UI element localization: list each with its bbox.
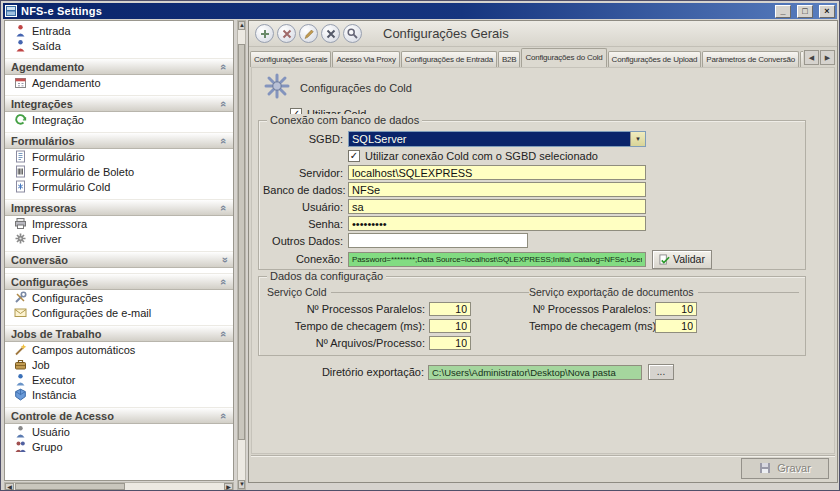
tab-configuracoes-de-entrada[interactable]: Configurações de Entrada (401, 51, 497, 67)
pencil-icon (304, 29, 314, 39)
conexao-row: Conexão: Validar (259, 249, 805, 269)
conexao-string-input[interactable] (348, 252, 646, 267)
vertical-scrollbar[interactable]: ▲ ▼ (237, 20, 246, 490)
section-header-configuracoes[interactable]: Configurações (5, 273, 233, 290)
cold-fan-icon (264, 73, 290, 99)
scrollbar-track[interactable] (238, 30, 245, 44)
scrollbar-track[interactable] (125, 483, 224, 490)
conexao-group-title: Conexão com banco de dados (267, 114, 422, 126)
close-button[interactable]: × (819, 5, 835, 18)
maximize-button[interactable]: □ (797, 5, 813, 18)
sidebar-item-job[interactable]: Job (5, 357, 233, 372)
senha-row: Senha: (259, 215, 805, 232)
tab-parametros-de-conversao[interactable]: Parâmetros de Conversão (702, 51, 799, 67)
sidebar-item-usuario[interactable]: Usuário (5, 424, 233, 439)
sidebar-item-configuracoes[interactable]: Configurações (5, 290, 233, 305)
section-header-impressoras[interactable]: Impressoras (5, 199, 233, 216)
usuario-input[interactable] (348, 199, 646, 214)
scrollbar-thumb[interactable] (15, 483, 125, 490)
edit-button[interactable] (299, 24, 318, 43)
section-header-integracoes[interactable]: Integrações (5, 95, 233, 112)
senha-label: Senha: (263, 218, 343, 230)
tab-scroll-right-icon[interactable]: ▶ (820, 50, 835, 65)
section-header-formularios[interactable]: Formulários (5, 132, 233, 149)
delete-button[interactable] (277, 24, 296, 43)
tab-scroll-left-icon[interactable]: ◀ (804, 50, 819, 65)
servico-export-subheader: Serviço exportação de documentos (529, 286, 799, 298)
utilizar-conexao-checkbox-row[interactable]: Utilizar conexão Cold com o SGBD selecio… (348, 150, 598, 162)
section-header-conversao[interactable]: Conversão (5, 251, 233, 268)
gravar-button[interactable]: Gravar (741, 458, 829, 479)
tab-configuracoes-de-upload[interactable]: Configurações de Upload (608, 51, 702, 67)
sidebar-item-saida[interactable]: Saída (5, 38, 233, 53)
tempo-checagem-label: Tempo de checagem (ms): (267, 320, 425, 332)
export-num-processos-input[interactable] (655, 302, 697, 316)
diretorio-input[interactable] (428, 365, 642, 380)
search-button[interactable] (343, 24, 362, 43)
collapse-icon[interactable] (219, 63, 229, 69)
outros-input[interactable] (348, 233, 528, 248)
section-label: Configurações (11, 276, 88, 288)
scrollbar-thumb[interactable] (238, 44, 245, 440)
form-boleto-icon (14, 165, 27, 178)
sidebar-item-grupo[interactable]: Grupo (5, 439, 233, 454)
export-tempo-checagem-input[interactable] (655, 319, 697, 333)
form-icon (14, 150, 27, 163)
tabstrip: Configurações Gerais Acesso Via Proxy Co… (249, 47, 837, 67)
section-label: Integrações (11, 98, 73, 110)
footer-bar: Gravar (251, 455, 835, 480)
tabs-viewport: Configurações Gerais Acesso Via Proxy Co… (250, 47, 803, 67)
minimize-button[interactable]: _ (775, 5, 791, 18)
tempo-checagem-input[interactable] (429, 319, 471, 333)
tab-acesso-via-proxy[interactable]: Acesso Via Proxy (332, 51, 399, 67)
cancel-button[interactable] (321, 24, 340, 43)
collapse-icon[interactable] (219, 204, 229, 210)
sidebar-item-formulario[interactable]: Formulário (5, 149, 233, 164)
sidebar-horizontal-scrollbar[interactable]: ◀ ▶ (4, 482, 234, 491)
num-arquivos-input[interactable] (429, 336, 471, 350)
sidebar-item-configuracoes-email[interactable]: Configurações de e-mail (5, 305, 233, 320)
scroll-down-button[interactable]: ▼ (238, 480, 245, 489)
sidebar-item-label: Formulário (32, 151, 85, 163)
collapse-icon[interactable] (219, 137, 229, 143)
sidebar-item-label: Instância (32, 389, 76, 401)
tab-configuracoes-gerais[interactable]: Configurações Gerais (250, 51, 331, 67)
tab-licenciamento[interactable]: Licenciamento (800, 51, 803, 67)
scroll-up-button[interactable]: ▲ (238, 21, 245, 30)
sgbd-combobox[interactable]: SQLServer (348, 131, 646, 147)
checkbox-checked-icon[interactable] (348, 150, 360, 162)
num-processos-input[interactable] (429, 302, 471, 316)
section-header-controle-acesso[interactable]: Controle de Acesso (5, 407, 233, 424)
chevron-down-icon[interactable] (630, 132, 645, 146)
add-button[interactable] (255, 24, 274, 43)
sidebar-item-formulario-cold[interactable]: Formulário Cold (5, 179, 233, 194)
servidor-input[interactable] (348, 165, 646, 180)
sidebar-item-formulario-boleto[interactable]: Formulário de Boleto (5, 164, 233, 179)
scrollbar-track[interactable] (238, 440, 245, 480)
banco-input[interactable] (348, 182, 646, 197)
scroll-left-button[interactable]: ◀ (5, 483, 14, 490)
sidebar-item-driver[interactable]: Driver (5, 231, 233, 246)
collapse-icon[interactable] (219, 412, 229, 418)
sidebar-item-campos-automaticos[interactable]: Campos automáticos (5, 342, 233, 357)
tab-b2b[interactable]: B2B (498, 51, 521, 67)
cancel-icon (326, 29, 336, 39)
sidebar-item-impressora[interactable]: Impressora (5, 216, 233, 231)
scroll-right-button[interactable]: ▶ (224, 483, 233, 490)
sidebar-item-integracao[interactable]: Integração (5, 112, 233, 127)
expand-icon[interactable] (219, 256, 229, 262)
sidebar-item-instancia[interactable]: Instância (5, 387, 233, 402)
section-header-jobs[interactable]: Jobs de Trabalho (5, 325, 233, 342)
collapse-icon[interactable] (219, 330, 229, 336)
collapse-icon[interactable] (219, 100, 229, 106)
section-header-agendamento[interactable]: Agendamento (5, 58, 233, 75)
tab-configuracoes-do-cold[interactable]: Configurações do Cold (521, 48, 606, 67)
integration-icon (14, 113, 27, 126)
sidebar-item-entrada[interactable]: Entrada (5, 23, 233, 38)
browse-button[interactable]: ... (648, 364, 674, 380)
senha-input[interactable] (348, 216, 646, 231)
sidebar-item-executor[interactable]: Executor (5, 372, 233, 387)
validar-button[interactable]: Validar (652, 250, 712, 269)
sidebar-item-agendamento[interactable]: Agendamento (5, 75, 233, 90)
collapse-icon[interactable] (219, 278, 229, 284)
